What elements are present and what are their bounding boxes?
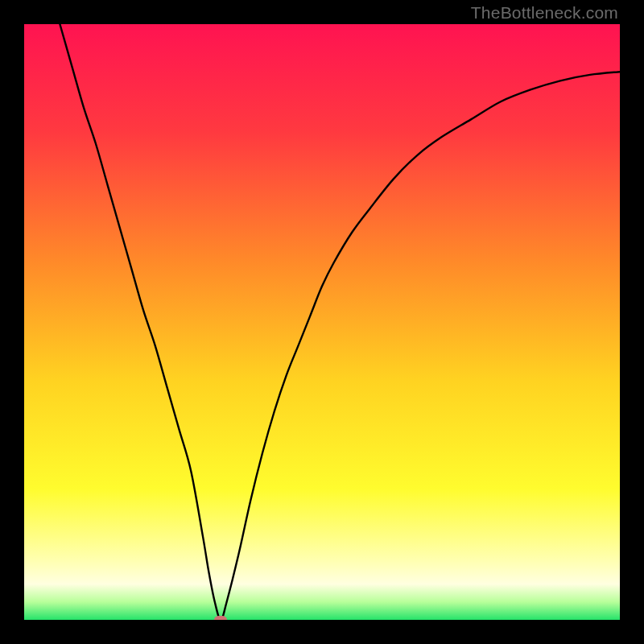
watermark-text: TheBottleneck.com — [471, 3, 618, 23]
bottleneck-curve — [60, 24, 620, 620]
chart-frame: TheBottleneck.com — [0, 0, 644, 644]
minimum-marker — [214, 616, 227, 620]
plot-area — [24, 24, 620, 620]
curve-layer — [24, 24, 620, 620]
